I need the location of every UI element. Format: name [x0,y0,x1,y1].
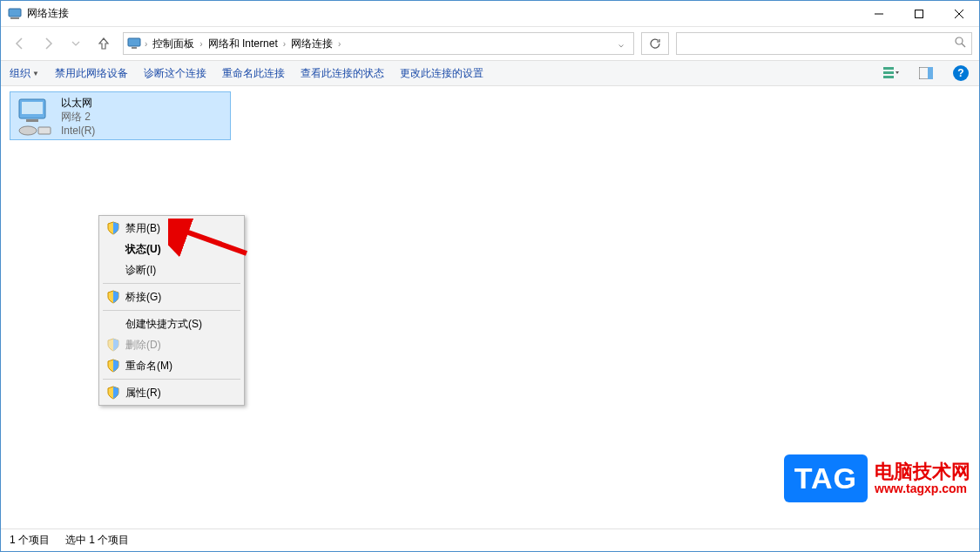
svg-point-8 [956,37,963,44]
status-bar: 1 个项目 选中 1 个项目 [1,528,979,551]
ctx-rename[interactable]: 重命名(M) [101,355,242,376]
breadcrumb-network-connections[interactable]: 网络连接 [286,37,338,51]
cmd-rename[interactable]: 重命名此连接 [222,66,285,81]
close-button[interactable] [939,1,979,27]
ctx-diagnose[interactable]: 诊断(I) [101,259,242,280]
adapter-label: 以太网 网络 2 Intel(R) [61,96,95,136]
preview-pane-button[interactable] [916,64,936,83]
svg-rect-3 [916,10,923,18]
ctx-properties[interactable]: 属性(R) [101,382,242,403]
network-app-icon [8,7,22,21]
svg-line-9 [962,44,965,47]
cmd-change-settings[interactable]: 更改此连接的设置 [400,66,483,81]
cmd-disable-device[interactable]: 禁用此网络设备 [55,66,128,81]
nav-forward-button[interactable] [36,31,60,56]
svg-rect-14 [928,67,933,79]
organize-menu[interactable]: 组织▼ [10,66,39,81]
svg-rect-12 [883,76,894,78]
nav-back-button[interactable] [8,31,32,56]
svg-rect-1 [10,17,19,19]
search-icon [954,36,966,51]
separator [103,379,240,380]
navigation-row: › 控制面板 › 网络和 Internet › 网络连接 › ⌵ [1,27,979,60]
watermark: TAG 电脑技术网 www.tagxp.com [784,454,970,502]
svg-rect-16 [22,102,43,114]
watermark-tag: TAG [784,454,868,502]
status-selected-count: 选中 1 个项目 [65,533,129,548]
svg-rect-6 [128,38,140,46]
nav-recent-dropdown[interactable] [64,31,88,56]
svg-rect-0 [9,9,21,17]
svg-rect-11 [883,71,894,74]
shield-icon [106,386,120,400]
watermark-line1: 电脑技术网 [875,461,970,482]
ctx-delete: 删除(D) [101,334,242,355]
breadcrumb-bar[interactable]: › 控制面板 › 网络和 Internet › 网络连接 › ⌵ [123,32,634,55]
ctx-bridge[interactable]: 桥接(G) [101,286,242,307]
help-icon: ? [953,65,969,81]
svg-rect-7 [132,47,137,49]
breadcrumb-dropdown-icon[interactable]: ⌵ [612,39,630,49]
content-area: 以太网 网络 2 Intel(R) 禁用(B) 状态(U) 诊断(I) 桥接(G… [1,86,979,528]
svg-rect-17 [26,119,38,122]
ctx-disable[interactable]: 禁用(B) [101,218,242,239]
breadcrumb-network-internet[interactable]: 网络和 Internet [203,37,283,51]
shield-icon [106,290,120,304]
cmd-view-status[interactable]: 查看此连接的状态 [301,66,384,81]
separator [103,310,240,311]
nav-up-button[interactable] [91,31,116,56]
shield-icon [106,359,120,373]
chevron-right-icon: › [338,39,341,49]
ctx-status[interactable]: 状态(U) [101,239,242,259]
status-item-count: 1 个项目 [10,533,50,548]
separator [103,283,240,284]
titlebar: 网络连接 [1,1,979,27]
window-controls [859,1,979,26]
window-title: 网络连接 [27,6,69,21]
shield-icon [106,221,120,235]
refresh-button[interactable] [641,32,669,55]
ctx-create-shortcut[interactable]: 创建快捷方式(S) [101,313,242,334]
breadcrumb-control-panel[interactable]: 控制面板 [147,37,199,51]
cmd-diagnose[interactable]: 诊断这个连接 [144,66,206,81]
control-panel-icon [127,37,141,50]
adapter-ethernet[interactable]: 以太网 网络 2 Intel(R) [10,91,231,140]
maximize-button[interactable] [899,1,939,27]
adapter-network: 网络 2 [61,110,95,124]
svg-point-18 [19,126,37,135]
svg-rect-10 [883,67,894,70]
minimize-button[interactable] [859,1,899,27]
adapter-device: Intel(R) [61,124,95,138]
svg-rect-19 [38,127,51,134]
context-menu: 禁用(B) 状态(U) 诊断(I) 桥接(G) 创建快捷方式(S) 删除(D) … [98,215,245,406]
command-bar: 组织▼ 禁用此网络设备 诊断这个连接 重命名此连接 查看此连接的状态 更改此连接… [1,60,979,86]
help-button[interactable]: ? [951,64,970,83]
ethernet-adapter-icon [14,96,56,138]
adapter-name: 以太网 [61,96,95,110]
shield-icon [106,338,120,352]
view-options-button[interactable] [882,64,901,83]
search-input[interactable] [676,32,972,55]
watermark-line2: www.tagxp.com [875,482,970,495]
